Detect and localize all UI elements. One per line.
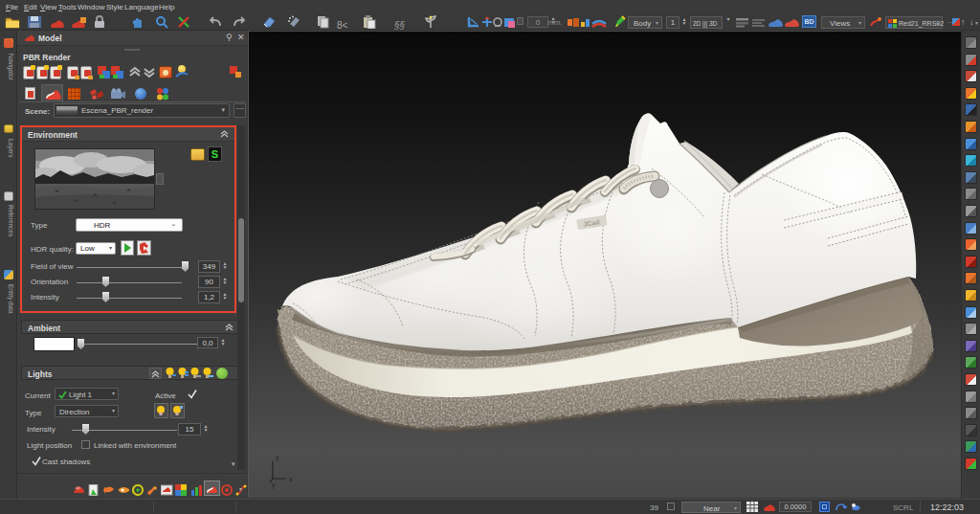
svg-text:z: z: [276, 455, 279, 461]
svg-text:y: y: [272, 481, 276, 489]
svg-text:x: x: [289, 476, 293, 482]
